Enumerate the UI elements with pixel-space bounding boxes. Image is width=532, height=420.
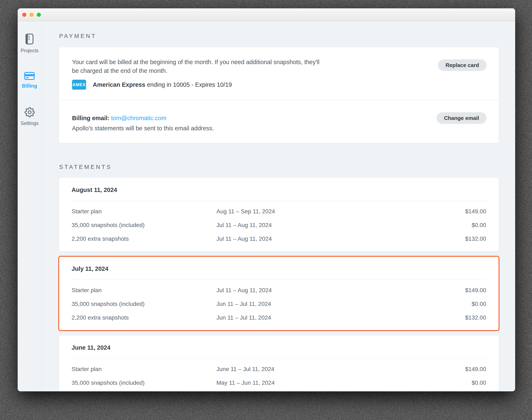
statement-row: 35,000 snapshots (included)Jun 11 – Jul …: [72, 301, 486, 307]
statement-card[interactable]: June 11, 2024Starter planJune 11 – Jul 1…: [59, 336, 499, 391]
statement-card[interactable]: July 11, 2024Starter planJul 11 – Aug 11…: [58, 256, 499, 331]
window-body: Projects Billing: [18, 21, 515, 391]
statement-date: June 11, 2024: [72, 344, 486, 351]
statements-list: August 11, 2024Starter planAug 11 – Sep …: [59, 178, 499, 391]
statement-period: June 11 – Jul 11, 2024: [216, 366, 465, 373]
payment-section-title: PAYMENT: [59, 33, 499, 39]
statement-row: Starter planAug 11 – Sep 11, 2024$149.00: [72, 208, 486, 215]
replace-card-button[interactable]: Replace card: [438, 59, 487, 71]
statement-line-item: 35,000 snapshots (included): [72, 222, 216, 228]
statement-row: 35,000 snapshots (included)Jul 11 – Aug …: [72, 222, 486, 228]
billing-email-row: Billing email: tom@chromatic.com: [72, 115, 486, 122]
statement-row: Starter planJul 11 – Aug 11, 2024$149.00: [72, 287, 486, 294]
minimize-button[interactable]: [30, 13, 34, 17]
card-on-file-row: AMEX American Express ending in 10005 - …: [72, 80, 486, 90]
card-on-file-text: American Express ending in 10005 - Expir…: [93, 81, 232, 88]
statements-section-title: STATEMENTS: [59, 164, 499, 170]
window-titlebar: [18, 8, 515, 21]
card-on-file-section: Your card will be billed at the beginnin…: [59, 47, 499, 100]
statement-line-item: 2,200 extra snapshots: [72, 314, 216, 321]
sidebar-item-billing[interactable]: Billing: [22, 72, 37, 89]
close-button[interactable]: [22, 13, 26, 17]
statement-amount: $149.00: [465, 366, 486, 373]
statement-amount: $0.00: [472, 379, 486, 386]
statement-line-item: Starter plan: [72, 287, 216, 294]
statement-amount: $0.00: [472, 301, 486, 307]
statement-amount: $0.00: [472, 222, 486, 228]
divider: [72, 359, 486, 359]
sidebar-item-label: Projects: [21, 48, 39, 54]
billing-email-section: Billing email: tom@chromatic.com Apollo'…: [59, 100, 499, 143]
sidebar-item-label: Billing: [22, 83, 37, 89]
billing-icon: [24, 72, 35, 81]
statement-row: 2,200 extra snapshotsJul 11 – Aug 11, 20…: [72, 236, 486, 242]
statement-period: Jun 11 – Jul 11, 2024: [216, 301, 472, 307]
statement-period: Jun 11 – Jul 11, 2024: [216, 314, 465, 321]
statement-line-item: 35,000 snapshots (included): [72, 301, 216, 307]
statement-date: July 11, 2024: [72, 265, 486, 272]
statement-line-item: Starter plan: [72, 208, 216, 215]
billing-email-note: Apollo's statements will be sent to this…: [72, 125, 486, 132]
sidebar-item-projects[interactable]: Projects: [21, 33, 39, 54]
settings-icon: [25, 107, 35, 118]
change-email-button[interactable]: Change email: [437, 112, 487, 124]
statement-period: Jul 11 – Aug 11, 2024: [216, 236, 465, 242]
amex-card-icon: AMEX: [72, 80, 86, 90]
zoom-button[interactable]: [37, 13, 41, 17]
sidebar-item-settings[interactable]: Settings: [21, 107, 39, 126]
sidebar: Projects Billing: [18, 21, 42, 391]
projects-icon: [25, 33, 34, 46]
statement-line-item: 2,200 extra snapshots: [72, 236, 216, 242]
billing-note: Your card will be billed at the beginnin…: [72, 58, 486, 75]
statement-line-item: Starter plan: [72, 366, 216, 373]
statement-amount: $132.00: [465, 314, 486, 321]
statement-amount: $149.00: [465, 208, 486, 215]
app-window: Projects Billing: [18, 8, 515, 391]
divider: [72, 201, 486, 201]
statement-row: 35,000 snapshots (included)May 11 – Jun …: [72, 379, 486, 386]
statement-row: Starter planJune 11 – Jul 11, 2024$149.0…: [72, 366, 486, 373]
billing-email-link[interactable]: tom@chromatic.com: [111, 115, 166, 121]
statement-amount: $149.00: [465, 287, 486, 294]
statement-period: Aug 11 – Sep 11, 2024: [216, 208, 465, 215]
statement-amount: $132.00: [465, 236, 486, 242]
sidebar-item-label: Settings: [21, 120, 39, 126]
statement-period: May 11 – Jun 11, 2024: [216, 379, 472, 386]
statement-card[interactable]: August 11, 2024Starter planAug 11 – Sep …: [59, 178, 499, 251]
statement-line-item: 35,000 snapshots (included): [72, 379, 216, 386]
main-content: PAYMENT Your card will be billed at the …: [42, 21, 515, 391]
statement-row: 2,200 extra snapshotsJun 11 – Jul 11, 20…: [72, 314, 486, 321]
statement-period: Jul 11 – Aug 11, 2024: [216, 287, 465, 294]
screenshot-root: { "window": { "traffic_lights": ["close"…: [0, 0, 532, 420]
statement-period: Jul 11 – Aug 11, 2024: [216, 222, 472, 228]
payment-card: Your card will be billed at the beginnin…: [59, 47, 499, 143]
statement-date: August 11, 2024: [72, 187, 486, 193]
